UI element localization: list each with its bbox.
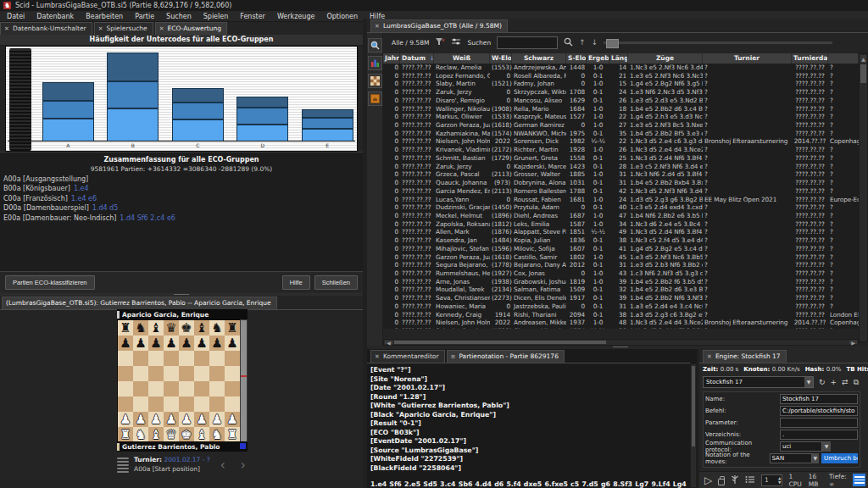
board-square[interactable]: ♟ xyxy=(133,412,148,427)
board-filter-icon[interactable] xyxy=(368,74,382,88)
pgn-moves[interactable]: 1.e4 Sf6 2.e5 Sd5 3.c4 Sb6 4.d4 d6 5.f4 … xyxy=(370,480,687,488)
board-square[interactable] xyxy=(209,351,225,366)
chevron-down-icon[interactable]: ▼ xyxy=(804,377,813,387)
board-square[interactable] xyxy=(225,351,240,366)
lock-icon[interactable] xyxy=(718,479,725,485)
menu-optionen[interactable]: Optionen xyxy=(326,13,358,20)
board-square[interactable]: ♝ xyxy=(148,427,164,442)
column-header-turnierdatun[interactable]: Turnierdatun xyxy=(792,53,828,64)
board-square[interactable]: ♝ xyxy=(194,427,209,442)
table-row[interactable]: 0????.??.??Lopez Fernando, Olive0Rosell … xyxy=(383,72,859,80)
table-row[interactable]: 0????.??.??Krivanek, Vladimir(2172)Richt… xyxy=(383,146,859,154)
table-row[interactable]: 0????.??.??Zapolska, Roksana(1812)Leks, … xyxy=(383,220,859,229)
table-row[interactable]: 0????.??.??Kasendra, Jan(1484)Kopia, Jul… xyxy=(383,236,859,245)
scroll-up-icon[interactable]: ▲ xyxy=(860,55,866,63)
menu-bearbeiten[interactable]: Bearbeiten xyxy=(86,13,123,20)
table-row[interactable]: 0????.??.??Schmitt, Bastian(1729)Classen… xyxy=(383,327,859,329)
game-list-tab[interactable]: ✕LumbrasGigaBase_OTB (Alle / 9.58M) xyxy=(370,19,508,32)
slider-thumb[interactable] xyxy=(606,39,619,48)
board-square[interactable]: ♟ xyxy=(179,336,194,351)
pgn-content[interactable]: [Event "?"][Site "Norena"][Date "2001.02… xyxy=(367,363,690,488)
board-square[interactable] xyxy=(133,381,148,396)
board-square[interactable]: ♚ xyxy=(179,427,194,442)
board-square[interactable] xyxy=(148,351,164,366)
tab-spielersuche[interactable]: ✕Spielersuche xyxy=(94,22,153,35)
eco-group-moves[interactable]: 1.d4 Sf6 2.c4 e6 xyxy=(120,214,175,222)
chevron-down-icon[interactable]: ▼ xyxy=(822,441,831,452)
table-row[interactable]: 0????.??.??Markus, Oliwier(1533)Kasprzyk… xyxy=(383,113,859,121)
spinner-arrows-icon[interactable]: ▲▼ xyxy=(778,476,782,485)
menu-partie[interactable]: Partie xyxy=(135,13,154,20)
column-header-datum[interactable]: Datum ↓ xyxy=(400,53,434,64)
table-row[interactable]: 0????.??.??Quauck, Johanna(973)Dobrynina… xyxy=(383,179,859,187)
notation-vscrollbar[interactable] xyxy=(690,363,697,488)
engine-field-input-name-[interactable] xyxy=(780,394,858,404)
column-header-w-elo[interactable]: W-Elo xyxy=(490,53,512,64)
table-row[interactable]: 0????.??.??Schmitt, Bastian(1729)Grunert… xyxy=(383,154,859,163)
tournament-link[interactable]: 2001.02.17 - ? xyxy=(164,456,209,463)
close-tab-icon[interactable]: ✕ xyxy=(375,23,380,30)
board-square[interactable] xyxy=(209,396,225,412)
board-square[interactable] xyxy=(133,351,148,366)
threat-icon[interactable] xyxy=(731,474,739,486)
board-square[interactable] xyxy=(194,381,209,396)
chess-board[interactable]: ♜♞♝♛♚♝♞♜♟♟♟♟♟♟♟♟♟♟♟♟♟♟♟♟♜♞♝♛♚♝♞♜ xyxy=(117,319,241,443)
board-square[interactable]: ♟ xyxy=(118,336,133,351)
board-square[interactable] xyxy=(179,381,194,396)
board-square[interactable]: ♟ xyxy=(133,336,148,351)
eco-group-moves[interactable]: 1.e4 e6 xyxy=(71,195,97,202)
search-input[interactable] xyxy=(497,36,558,49)
column-header-extra[interactable] xyxy=(828,53,859,64)
engine-select[interactable]: Stockfish 17 ▼ xyxy=(703,376,814,388)
board-square[interactable]: ♟ xyxy=(194,336,209,351)
column-header-s-elo[interactable]: S-Elo xyxy=(566,53,587,64)
board-square[interactable]: ♟ xyxy=(118,412,133,427)
table-row[interactable]: 0????.??.??Meckel, Helmut(1896)Diehl, An… xyxy=(383,212,859,220)
board-square[interactable] xyxy=(179,351,194,366)
table-row[interactable]: 0????.??.??Disaro', Remigio0Mancosu, Ali… xyxy=(383,97,859,105)
board-square[interactable]: ♟ xyxy=(179,412,194,427)
board-square[interactable] xyxy=(164,366,179,381)
board-square[interactable]: ♞ xyxy=(133,320,148,336)
engine-field-input-parameter-[interactable] xyxy=(780,418,858,428)
board-square[interactable]: ♟ xyxy=(225,336,240,351)
table-row[interactable]: 0????.??.??Sava, Christiansen-Da(2273)Di… xyxy=(383,294,859,302)
board-square[interactable]: ♞ xyxy=(209,320,225,336)
engine-menu-button[interactable] xyxy=(853,474,865,486)
engine-tab[interactable]: ✕Engine: Stockfish 17 xyxy=(703,350,787,363)
reset-filter-icon[interactable]: x xyxy=(435,37,445,48)
game-info-menu-icon[interactable] xyxy=(117,458,129,481)
eco-group-moves[interactable]: 1.e4 xyxy=(74,185,89,192)
table-row[interactable]: 0????.??.??Rummelshaus, Heinz(1927)Cox, … xyxy=(383,269,859,278)
board-square[interactable] xyxy=(118,351,133,366)
swap-engine-icon[interactable]: ⇄ xyxy=(842,378,849,386)
board-square[interactable] xyxy=(133,396,148,412)
table-row[interactable]: 0????.??.??Slaby, Martin(1521)Fadmy, Joh… xyxy=(383,80,859,88)
board-square[interactable] xyxy=(118,381,133,396)
column-header-jahr[interactable]: Jahr xyxy=(383,53,400,64)
notation-tab[interactable]: ≡Partienotation - Partie 8629176 xyxy=(447,350,565,363)
board-square[interactable] xyxy=(194,396,209,412)
board-square[interactable]: ♟ xyxy=(164,336,179,351)
table-row[interactable]: 0????.??.??Moudallal, Tarek(2134)Salman,… xyxy=(383,286,859,294)
reload-engine-icon[interactable]: ↻ xyxy=(819,378,826,386)
menu-werkzeuge[interactable]: Werkzeuge xyxy=(277,13,314,20)
board-square[interactable] xyxy=(148,396,164,412)
table-row[interactable]: 0????.??.??Lucas,Yann0Roussat, Fabien168… xyxy=(383,196,859,204)
board-square[interactable]: ♟ xyxy=(194,412,209,427)
comment-editor-tab[interactable]: ✕Kommentareditor xyxy=(370,350,445,363)
search-up-icon[interactable]: ↑ xyxy=(579,38,586,47)
hscroll-thumb[interactable] xyxy=(394,341,606,344)
column-header-schwarz[interactable]: Schwarz xyxy=(512,53,566,64)
material-search-icon[interactable] xyxy=(368,92,382,106)
board-square[interactable] xyxy=(148,366,164,381)
search-down-icon[interactable]: ↓ xyxy=(592,38,598,47)
table-row[interactable]: 0????.??.??Zaruk, Jerzy0Kajzderski, Marc… xyxy=(383,163,859,171)
scroll-left-icon[interactable]: ◀ xyxy=(385,341,392,344)
table-row[interactable]: 0????.??.??Garcia Mendez, Engel(2113)Rom… xyxy=(383,187,859,196)
tab-eco-auswertung[interactable]: ✕ECO-Auswertung xyxy=(155,22,227,35)
menu-suchen[interactable]: Suchen xyxy=(166,13,192,20)
table-row[interactable]: 0????.??.??Arne, Jonas(1938)Grabowski, J… xyxy=(383,278,859,286)
board-square[interactable]: ♜ xyxy=(118,320,133,336)
game-list-slider[interactable] xyxy=(604,42,832,44)
